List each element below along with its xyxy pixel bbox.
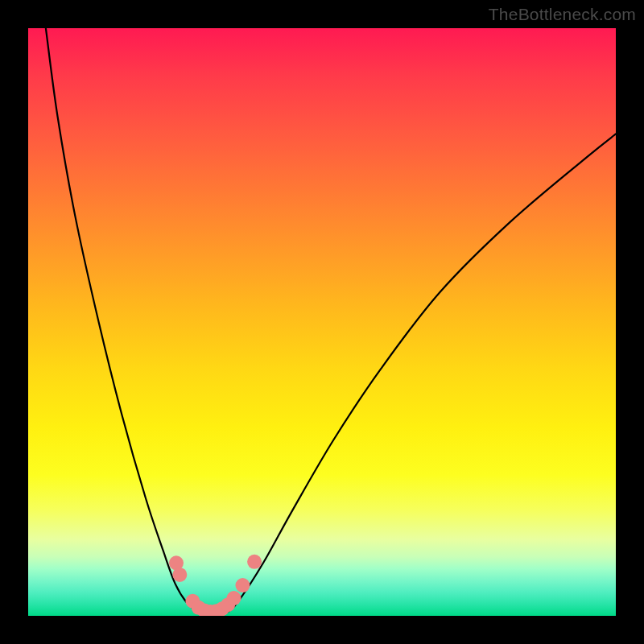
curve-marker xyxy=(247,555,262,569)
chart-frame: TheBottleneck.com xyxy=(0,0,644,644)
curve-markers xyxy=(169,555,262,616)
curve-marker xyxy=(235,578,250,592)
curve-layer xyxy=(28,28,616,616)
plot-area xyxy=(28,28,616,616)
bottleneck-curve xyxy=(46,28,616,614)
attribution-watermark: TheBottleneck.com xyxy=(489,5,636,24)
curve-marker xyxy=(172,568,187,582)
curve-marker xyxy=(227,591,242,605)
